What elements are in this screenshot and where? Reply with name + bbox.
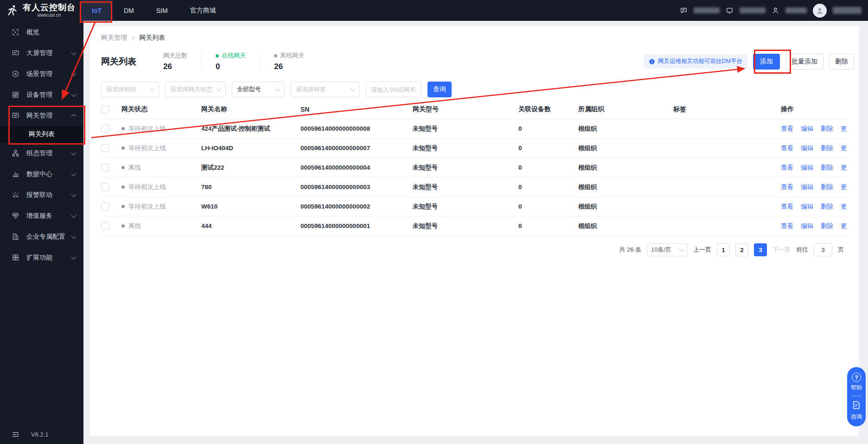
gateway-sn: 00059614000000000002 (300, 203, 413, 210)
row-checkbox[interactable] (101, 144, 109, 152)
breadcrumb-parent[interactable]: 网关管理 (101, 34, 127, 42)
stat-total: 网关总数 26 (163, 51, 187, 71)
sidebar-item-场景管理[interactable]: 场景管理 (0, 63, 83, 84)
row-checkbox[interactable] (101, 183, 109, 191)
top-nav-SIM[interactable]: SIM (145, 0, 179, 21)
row-action-编辑[interactable]: 编辑 (801, 222, 813, 230)
gateway-table: 网关状态网关名称SN网关型号关联设备数所属组织标签操作 等待初次上线424产品测… (101, 100, 848, 236)
linked-device-count: 0 (518, 164, 578, 171)
tag-select[interactable]: 请选择标签 (291, 82, 360, 97)
gateway-status: 等待初次上线 (121, 183, 198, 191)
row-checkbox[interactable] (101, 125, 109, 133)
owner-org: 根组织 (578, 183, 673, 191)
add-button[interactable]: 添加 (753, 54, 780, 70)
sidebar-item-增值服务[interactable]: 增值服务 (0, 205, 83, 226)
redacted-text (785, 7, 807, 13)
sidebar-item-数据中心[interactable]: 数据中心 (0, 164, 83, 184)
page-size-select[interactable]: 10条/页 (647, 243, 688, 256)
prev-page-button[interactable]: 上一页 (693, 246, 711, 254)
sidebar-item-概览[interactable]: 概览 (0, 22, 83, 43)
row-action-删除[interactable]: 删除 (821, 183, 833, 191)
next-page-button[interactable]: 下一页 (772, 246, 791, 254)
row-checkbox[interactable] (101, 164, 109, 171)
panel-icon[interactable] (726, 6, 734, 14)
title-row: 网关列表 网关总数 26 在线网关 0 离线网关 26 (101, 51, 848, 71)
search-input[interactable] (366, 82, 421, 97)
row-action-编辑[interactable]: 编辑 (801, 144, 813, 152)
avatar[interactable] (813, 4, 827, 18)
row-action-查看[interactable]: 查看 (781, 203, 793, 211)
row-action-编辑[interactable]: 编辑 (801, 164, 813, 172)
gateway-status-select[interactable]: 请选择网关状态 (165, 82, 226, 97)
consult-icon[interactable] (852, 400, 861, 411)
row-action-更多[interactable]: 更多 (841, 164, 848, 172)
row-action-编辑[interactable]: 编辑 (801, 203, 813, 211)
gateway-sn: 00059614000000000001 (300, 222, 413, 229)
status-dot-icon (121, 205, 125, 208)
chevron-down-icon (216, 86, 221, 91)
table-row: 离线44400059614000000000001未知型号0根组织查看编辑删除更… (101, 216, 848, 236)
delete-button[interactable]: 删除 (829, 54, 854, 70)
gateway-sn: 00059614000000000004 (300, 164, 413, 171)
page-button-2[interactable]: 2 (735, 243, 748, 256)
row-action-编辑[interactable]: 编辑 (801, 125, 813, 133)
sidebar-item-企业专属配置[interactable]: 企业专属配置 (0, 226, 83, 247)
top-nav-官方商城[interactable]: 官方商城 (179, 0, 227, 21)
row-action-删除[interactable]: 删除 (821, 203, 833, 211)
row-action-更多[interactable]: 更多 (841, 144, 848, 152)
user-icon[interactable] (772, 6, 779, 14)
org-select[interactable]: 请选择组织 (101, 82, 159, 97)
help-icon[interactable]: ? (852, 373, 861, 382)
top-nav-DM[interactable]: DM (113, 0, 145, 21)
stat-offline: 离线网关 26 (274, 51, 304, 71)
search-button[interactable]: 查询 (428, 82, 452, 97)
goto-page-input[interactable] (814, 243, 832, 256)
sidebar-item-组态管理[interactable]: 组态管理 (0, 143, 83, 164)
row-action-查看[interactable]: 查看 (781, 125, 793, 133)
row-action-更多[interactable]: 更多 (841, 183, 848, 191)
batch-add-button[interactable]: 批量添加 (785, 54, 823, 70)
sidebar-item-设备管理[interactable]: 设备管理 (0, 84, 83, 105)
breadcrumb: 网关管理 > 网关列表 (101, 34, 848, 42)
help-label[interactable]: 帮助 (851, 384, 862, 392)
row-action-查看[interactable]: 查看 (781, 164, 793, 172)
row-checkbox[interactable] (101, 203, 109, 210)
page-button-1[interactable]: 1 (717, 243, 730, 256)
top-nav-IoT[interactable]: IoT (81, 0, 113, 21)
owner-org: 根组织 (578, 203, 673, 211)
row-action-更多[interactable]: 更多 (841, 125, 848, 133)
model-select[interactable]: 全部型号 (232, 82, 285, 97)
row-checkbox[interactable] (101, 222, 109, 230)
info-icon (649, 58, 655, 65)
table-row: 等待初次上线424产品测试-控制柜测试00059614000000000008未… (101, 119, 848, 139)
row-action-查看[interactable]: 查看 (781, 144, 793, 152)
sidebar-subitem-网关列表[interactable]: 网关列表 (0, 126, 83, 143)
chevron-down-icon (71, 171, 76, 176)
breadcrumb-current: 网关列表 (139, 34, 165, 42)
page-button-3[interactable]: 3 (754, 243, 767, 256)
row-action-删除[interactable]: 删除 (821, 144, 833, 152)
row-action-更多[interactable]: 更多 (841, 222, 848, 230)
sidebar-item-扩展功能[interactable]: 扩展功能 (0, 247, 83, 268)
row-action-查看[interactable]: 查看 (781, 222, 793, 230)
select-all-checkbox[interactable] (101, 106, 109, 114)
column-header-网关型号: 网关型号 (413, 105, 518, 114)
sidebar-item-网关管理[interactable]: 网关管理 (0, 105, 83, 126)
row-action-删除[interactable]: 删除 (821, 222, 833, 230)
goto-suffix-label: 页 (838, 246, 844, 254)
row-action-查看[interactable]: 查看 (781, 183, 793, 191)
row-action-删除[interactable]: 删除 (821, 125, 833, 133)
row-action-删除[interactable]: 删除 (821, 164, 833, 172)
collapse-sidebar-icon[interactable] (12, 431, 19, 438)
status-dot-icon (121, 146, 125, 150)
sidebar-item-大屏管理[interactable]: 大屏管理 (0, 43, 83, 63)
row-action-更多[interactable]: 更多 (841, 203, 848, 211)
sidebar-item-报警联动[interactable]: 报警联动 (0, 184, 83, 205)
row-action-编辑[interactable]: 编辑 (801, 183, 813, 191)
consult-label[interactable]: 咨询 (851, 413, 862, 421)
message-icon[interactable] (680, 6, 688, 14)
gateway-icon (12, 112, 20, 120)
gateway-status: 等待初次上线 (121, 125, 198, 133)
dm-notice-badge[interactable]: 网关运维相关功能可前往DM平台 (644, 55, 747, 69)
version-label: V6.2.1 (31, 431, 49, 438)
